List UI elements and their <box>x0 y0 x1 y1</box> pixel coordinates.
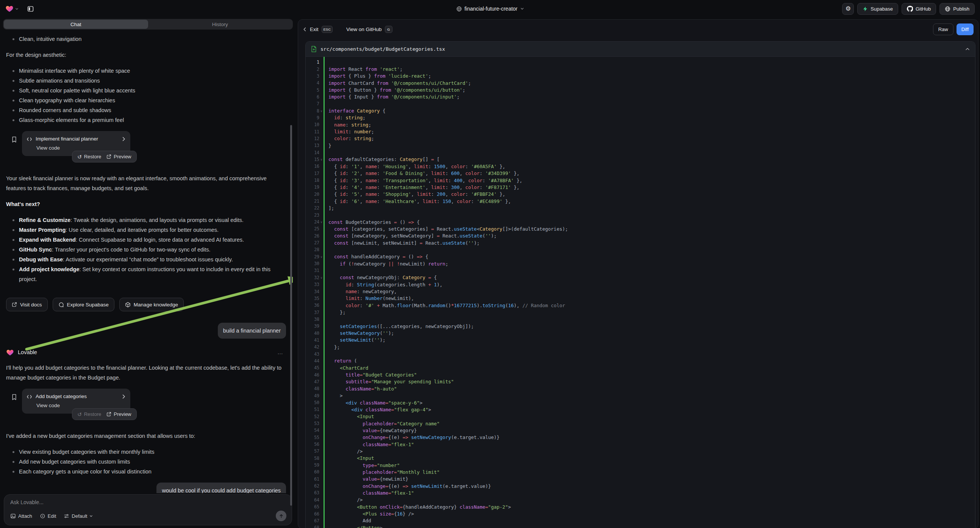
github-button[interactable]: GitHub <box>902 3 936 15</box>
code-line: 53 placeholder="Category name" <box>306 420 975 427</box>
line-number: 5 <box>306 87 319 93</box>
code-line: 31 <box>306 267 975 274</box>
version-actions: ↺RestorePreview <box>72 151 137 162</box>
code-text: const defaultCategories: Category[] = [ <box>323 156 440 162</box>
lovable-logo-menu[interactable] <box>5 5 19 13</box>
attach-button[interactable]: Attach <box>10 513 32 519</box>
code-panel-header: Exit ESC View on GitHub G Raw Diff <box>298 20 978 39</box>
supabase-button[interactable]: Supabase <box>857 3 898 15</box>
code-line: 35 limit: Number(newLimit), <box>306 295 975 302</box>
gutter-spacer <box>319 235 323 236</box>
code-line: 63 className="flex-1" <box>306 489 975 496</box>
settings-button[interactable]: ⚙ <box>842 3 854 15</box>
code-text: const [newLimit, setNewLimit] = React.us… <box>323 240 480 246</box>
version-card-title-row[interactable]: Implement financial planner <box>27 134 126 143</box>
toggle-sidebar-button[interactable] <box>25 3 36 14</box>
line-number: 41 <box>306 337 319 343</box>
gutter-spacer <box>319 132 323 132</box>
restore-button[interactable]: ↺Restore <box>77 411 101 417</box>
version-card-title-row[interactable]: Add budget categories <box>27 392 126 401</box>
raw-toggle-button[interactable]: Raw <box>933 24 953 35</box>
code-line: 58 <Input <box>306 455 975 462</box>
chevron-up-icon <box>965 47 970 51</box>
diff-toggle-button[interactable]: Diff <box>956 24 974 35</box>
line-number: 15 <box>306 157 319 162</box>
tab-history[interactable]: History <box>148 20 293 29</box>
code-text: setNewCategory(''); <box>323 330 394 336</box>
preview-button[interactable]: Preview <box>107 154 131 159</box>
preview-button[interactable]: Preview <box>107 411 131 417</box>
code-editor[interactable]: 12import React from 'react';3import { Pl… <box>306 57 975 528</box>
code-text: const [categories, setCategories] = Reac… <box>323 226 568 232</box>
gutter-spacer <box>319 499 323 500</box>
chat-bullet-item: Clean, intuitive navigation <box>6 34 286 44</box>
code-line: 37 }; <box>306 309 975 315</box>
publish-button[interactable]: Publish <box>939 3 975 15</box>
gutter-spacer <box>319 298 323 299</box>
code-text: > <box>323 393 343 398</box>
code-line: 22]; <box>306 205 975 212</box>
chat-bullet-list: Refine & Customize: Tweak the design, an… <box>6 215 289 284</box>
gutter-spacer <box>319 180 323 181</box>
gutter-spacer <box>319 458 323 459</box>
code-line: 51 <div className="flex gap-4"> <box>306 406 975 413</box>
assistant-name: Lovable <box>18 347 37 357</box>
file-header[interactable]: src/components/budget/BudgetCategories.t… <box>306 42 975 57</box>
view-on-github-button[interactable]: View on GitHub G <box>346 26 393 33</box>
code-text: title="Budget Categories" <box>323 372 417 378</box>
chat-scrollbar[interactable] <box>290 125 292 506</box>
line-number: 33 <box>306 282 319 287</box>
tab-chat[interactable]: Chat <box>4 20 148 29</box>
visit-docs-button[interactable]: Visit docs <box>6 298 48 311</box>
external-link-icon <box>12 302 17 307</box>
code-text: } <box>323 143 331 148</box>
chat-paragraph: Your sleek financial planner is now read… <box>6 173 283 193</box>
collapse-file-button[interactable] <box>965 47 970 51</box>
gutter-spacer <box>319 173 323 174</box>
code-text: if (!newCategory || !newLimit) return; <box>323 261 448 267</box>
chat-paragraph: I'll help you add budget categories to t… <box>6 363 283 383</box>
gutter-spacer <box>319 166 323 167</box>
gutter-spacer <box>319 382 323 382</box>
line-number: 59 <box>306 463 319 468</box>
arrow-up-icon <box>279 514 284 518</box>
code-text: onChange={(e) => setNewLimit(e.target.va… <box>323 483 491 489</box>
exit-button[interactable]: Exit ESC <box>303 26 332 33</box>
user-message: would be cool if you could add budget ca… <box>156 483 286 493</box>
chat-bullet-item: View existing budget categories with the… <box>6 447 286 457</box>
view-code-link[interactable]: View code <box>37 402 60 409</box>
line-number: 65 <box>306 504 319 509</box>
chat-bullet-item: Add new budget categories with custom li… <box>6 457 286 467</box>
send-button[interactable] <box>276 511 286 521</box>
code-text: { id: '5', name: 'Shopping', limit: 200,… <box>323 191 505 197</box>
file-diff-card: src/components/budget/BudgetCategories.t… <box>305 41 975 528</box>
manage-knowledge-button[interactable]: Manage knowledge <box>119 298 184 311</box>
project-switcher[interactable]: financial-future-creator <box>456 0 524 17</box>
more-options-button[interactable]: … <box>277 347 284 357</box>
line-number: 9 <box>306 115 319 121</box>
code-text: <div className="space-y-6"> <box>323 400 422 406</box>
gutter-spacer <box>319 215 323 216</box>
code-line: 59 type="number" <box>306 462 975 469</box>
gutter-spacer <box>319 485 323 486</box>
explore-supabase-button[interactable]: Explore Supabase <box>52 298 115 311</box>
edit-mode-button[interactable]: Edit <box>40 513 56 519</box>
chat-input[interactable] <box>10 499 286 508</box>
code-text: type="number" <box>323 463 400 468</box>
bookmark-icon <box>11 136 17 143</box>
code-line: 1 <box>306 59 975 65</box>
gutter-spacer <box>319 479 323 480</box>
code-text: <ChartCard <box>323 365 368 371</box>
chat-bullet-item: Expand with Backend: Connect Supabase to… <box>6 235 286 245</box>
restore-button[interactable]: ↺Restore <box>77 154 101 159</box>
code-text: id: String(categories.length + 1), <box>323 282 442 288</box>
chat-paragraph: For the design aesthetic: <box>6 50 283 60</box>
gutter-spacer <box>319 492 323 493</box>
code-line: 55 onChange={(e) => setNewCategory(e.tar… <box>306 434 975 441</box>
view-code-link[interactable]: View code <box>37 144 60 152</box>
gutter-spacer <box>319 194 323 195</box>
line-number: 58 <box>306 456 319 461</box>
mode-selector[interactable]: Default <box>64 513 93 519</box>
user-message: build a financial planner <box>218 323 286 339</box>
fold-chevron-icon: ∨ <box>319 255 323 259</box>
